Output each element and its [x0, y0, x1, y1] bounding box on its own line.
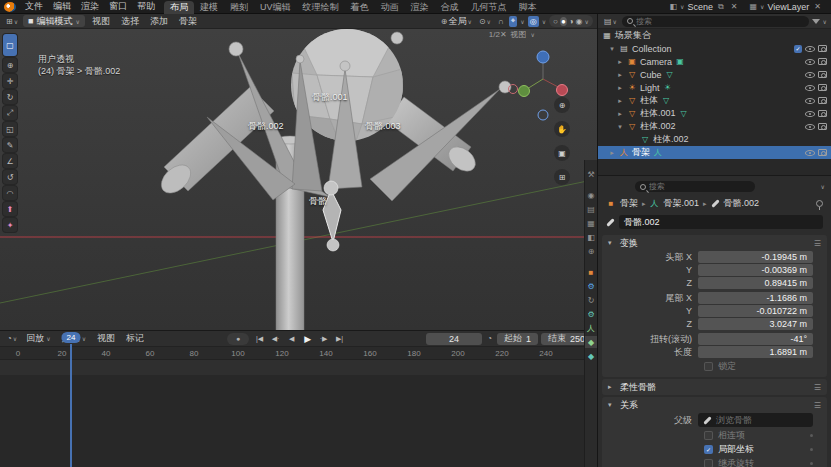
hide-eye-icon[interactable] [805, 150, 815, 156]
render-visibility-icon[interactable] [818, 58, 827, 65]
timeline-body[interactable] [0, 360, 597, 467]
search-input[interactable] [649, 182, 750, 191]
menu-armature[interactable]: 骨架 [175, 15, 201, 28]
snap-magnet-icon[interactable]: ∩ [496, 17, 506, 26]
jump-to-end-button[interactable]: ▶| [332, 333, 347, 345]
relations-header[interactable]: ▾ 关系 ☰ [602, 398, 827, 412]
extrude-cursor-tool[interactable]: ✦ [3, 218, 17, 232]
frame-start-field[interactable]: 起始1 [497, 333, 538, 345]
chevron-down-icon[interactable]: ∨ [823, 18, 827, 25]
options-dropdown-icon[interactable]: ∨ [821, 183, 825, 190]
chevron-down-icon[interactable]: ∨ [520, 18, 524, 25]
proportional-edit-toggle[interactable]: ◎ [528, 16, 539, 27]
menu-file[interactable]: 文件 [20, 0, 48, 13]
tab-view-layer[interactable]: ▦ [585, 217, 597, 229]
tab-modeling[interactable]: 建模 [194, 1, 224, 14]
unlink-scene-icon[interactable]: ✕ [729, 2, 740, 11]
exclude-checkbox[interactable]: ✓ [794, 45, 802, 53]
scene-selector[interactable]: ◧ ∨ Scene ⧉ ✕ [666, 1, 744, 13]
outliner-search[interactable] [622, 16, 809, 27]
cube-row[interactable]: ▸ ▽ Cube ▽ [598, 68, 831, 81]
timeline-ruler[interactable]: 0 20 40 60 80 100 120 140 160 180 200 22… [0, 347, 597, 360]
jump-to-start-button[interactable]: |◀ [252, 333, 267, 345]
blender-logo-icon[interactable] [4, 2, 16, 12]
menu-playback[interactable]: 回放∨ [22, 332, 54, 345]
panel-menu-icon[interactable]: ☰ [814, 401, 821, 410]
filter-icon[interactable] [812, 19, 820, 24]
zoom-icon[interactable]: ⊕ [554, 97, 570, 113]
render-visibility-icon[interactable] [818, 45, 827, 52]
cylinder-002-row[interactable]: ▾ ▽ 柱体.002 [598, 120, 831, 133]
tab-tool[interactable]: ⚒ [585, 168, 597, 180]
tab-texture-paint[interactable]: 纹理绘制 [297, 1, 345, 14]
extrude-tool[interactable]: ⬆ [3, 202, 17, 216]
render-visibility-icon[interactable] [818, 97, 827, 104]
tail-y-field[interactable]: -0.010722 m [698, 305, 813, 317]
pivot-point-dropdown[interactable]: ⊙∨ [477, 17, 493, 26]
disclosure-icon[interactable]: ▾ [616, 123, 624, 131]
select-box-tool[interactable]: ▢ [3, 34, 17, 56]
disclosure-icon[interactable]: ▸ [616, 71, 624, 79]
tab-shading[interactable]: 着色 [345, 1, 375, 14]
tab-geometry-nodes[interactable]: 几何节点 [465, 1, 513, 14]
render-visibility-icon[interactable] [818, 149, 827, 156]
mode-dropdown[interactable]: ■ 编辑模式 ∨ [23, 15, 85, 27]
breadcrumb-bone[interactable]: 骨骼.002 [724, 197, 760, 210]
bendy-bones-header[interactable]: ▸ 柔性骨骼 ☰ [602, 380, 827, 394]
scene-collection-row[interactable]: ▦ 场景集合 [598, 29, 831, 42]
editor-type-icon[interactable]: ⊞∨ [4, 17, 20, 26]
head-x-field[interactable]: -0.19945 m [698, 251, 813, 263]
tab-uv-editing[interactable]: UV编辑 [254, 1, 297, 14]
local-location-checkbox[interactable]: ✓ [704, 445, 713, 454]
menu-view[interactable]: 视图 [93, 332, 119, 345]
menu-render[interactable]: 渲染 [76, 0, 104, 13]
render-visibility-icon[interactable] [818, 71, 827, 78]
cylinder-001-row[interactable]: ▸ ▽ 柱体.001 ▽ [598, 107, 831, 120]
breadcrumb-armature[interactable]: 骨架.001 [664, 197, 700, 210]
transform-tool[interactable]: ◱ [3, 122, 17, 136]
parent-field[interactable]: 浏览骨骼 [698, 413, 813, 427]
collection-row[interactable]: ▾ ▤ Collection ✓ [598, 42, 831, 55]
new-scene-icon[interactable]: ⧉ [716, 2, 726, 12]
tab-compositing[interactable]: 合成 [435, 1, 465, 14]
chevron-down-icon[interactable]: ∨ [585, 18, 589, 25]
menu-edit[interactable]: 编辑 [48, 0, 76, 13]
light-row[interactable]: ▸ ☀ Light ☀ [598, 81, 831, 94]
length-field[interactable]: 1.6891 m [698, 346, 813, 358]
render-visibility-icon[interactable] [818, 84, 827, 91]
hide-eye-icon[interactable] [805, 85, 815, 91]
rendered-shading-icon[interactable]: ◉ [576, 17, 583, 26]
tab-modifiers[interactable]: ⚙ [585, 280, 597, 292]
play-reverse-button[interactable]: ◀ [284, 333, 299, 345]
cylinder-002-data-row[interactable]: ▽ 柱体.002 [598, 133, 831, 146]
tab-output[interactable]: ▤ [585, 203, 597, 215]
roll-tool[interactable]: ↺ [3, 170, 17, 184]
auto-keyframe-toggle[interactable]: ● [227, 333, 249, 345]
cursor-tool[interactable]: ⊕ [3, 58, 17, 72]
tab-scene[interactable]: ◧ [585, 231, 597, 243]
transform-panel-header[interactable]: ▾ 变换 ☰ [602, 236, 827, 250]
head-y-field[interactable]: -0.00369 m [698, 264, 813, 276]
hide-eye-icon[interactable] [805, 124, 815, 130]
tab-scripting[interactable]: 脚本 [513, 1, 543, 14]
menu-add[interactable]: 添加 [146, 15, 172, 28]
tab-object-data[interactable]: 人 [585, 322, 597, 334]
menu-help[interactable]: 帮助 [132, 0, 160, 13]
hide-eye-icon[interactable] [805, 98, 815, 104]
tab-bone-constraints[interactable]: ◆ [585, 350, 597, 362]
render-visibility-icon[interactable] [818, 123, 827, 130]
tab-animation[interactable]: 动画 [375, 1, 405, 14]
scale-tool[interactable]: ⤢ [3, 106, 17, 120]
pin-icon[interactable] [816, 200, 823, 207]
solid-shading-icon[interactable]: ● [560, 17, 567, 26]
tab-physics[interactable]: ↻ [585, 294, 597, 306]
playhead[interactable] [70, 344, 72, 467]
tail-x-field[interactable]: -1.1686 m [698, 292, 813, 304]
render-visibility-icon[interactable] [818, 110, 827, 117]
inherit-rotation-checkbox[interactable] [704, 459, 713, 467]
viewlayer-selector[interactable]: ▦ ∨ ViewLayer ✕ [745, 1, 827, 13]
bone-name-field[interactable]: 骨骼.002 [619, 215, 823, 229]
tab-world[interactable]: ⊕ [585, 245, 597, 257]
disclosure-icon[interactable]: ▸ [616, 84, 624, 92]
remove-viewlayer-icon[interactable]: ✕ [812, 2, 823, 11]
